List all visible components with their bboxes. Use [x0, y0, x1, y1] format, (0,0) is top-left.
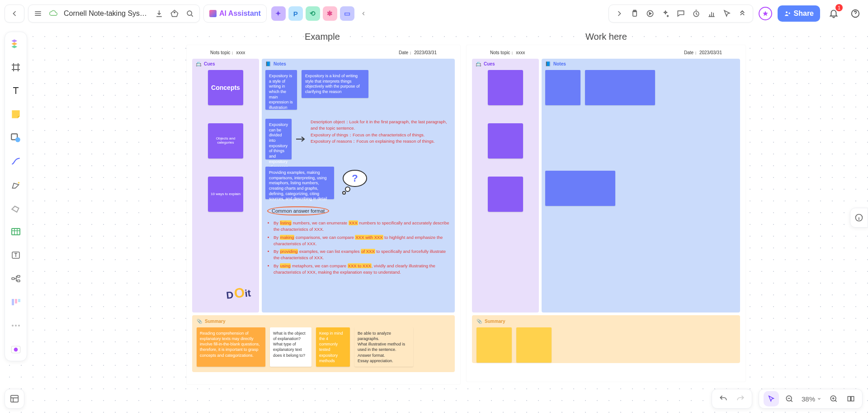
- cue-sticky-blank-2[interactable]: [488, 123, 523, 159]
- menu-button[interactable]: [30, 6, 46, 21]
- notification-badge: 1: [835, 4, 843, 11]
- note-sticky-1b[interactable]: Expository is a kind of writing style th…: [302, 70, 368, 98]
- avatar-5[interactable]: ▭: [340, 6, 354, 21]
- summary-card-2[interactable]: What is the object of explanation? What …: [270, 327, 311, 367]
- timer-icon[interactable]: [689, 6, 704, 21]
- svg-rect-15: [15, 299, 17, 303]
- bullet-4[interactable]: By using metaphors, we can compare XXX t…: [274, 263, 451, 276]
- cue-sticky-blank-3[interactable]: [488, 177, 523, 212]
- play-icon[interactable]: [642, 6, 658, 21]
- red-notes-2b[interactable]: Description object：Look for it in the fi…: [311, 119, 451, 145]
- common-answer-format[interactable]: Common answer format: [267, 206, 329, 215]
- cues-column: 📇Cues Concepts Objects and categories 10…: [192, 59, 259, 312]
- summary-blank-1[interactable]: [476, 327, 512, 363]
- tag-button[interactable]: [167, 6, 182, 21]
- note-sticky-3a[interactable]: Providing examples, making comparisons, …: [265, 167, 334, 199]
- widget-tool[interactable]: [9, 342, 23, 356]
- app-badge[interactable]: [759, 7, 772, 20]
- connector-tool[interactable]: [9, 154, 23, 168]
- info-panel-button[interactable]: [850, 208, 868, 228]
- bullet-2[interactable]: By making comparisons, we can compare XX…: [274, 234, 451, 247]
- cues-icon: 📇: [196, 61, 201, 66]
- do-it-sticker[interactable]: DO it: [225, 284, 251, 302]
- download-button[interactable]: [151, 6, 167, 21]
- svg-point-8: [15, 137, 20, 142]
- back-button[interactable]: [7, 6, 22, 21]
- zoom-in-button[interactable]: [827, 392, 840, 406]
- mindmap-tool[interactable]: [9, 271, 23, 286]
- cue-sticky-2[interactable]: Objects and categories: [208, 123, 243, 159]
- zoom-level[interactable]: 38%: [800, 395, 823, 403]
- sticky-note-tool[interactable]: [9, 107, 23, 121]
- svg-rect-9: [12, 228, 20, 235]
- share-button[interactable]: Share: [778, 5, 820, 22]
- cues-label: Cues: [204, 61, 215, 66]
- share-person-icon: [784, 10, 791, 17]
- search-button[interactable]: [182, 6, 198, 21]
- board-title[interactable]: Cornell Note-taking Syst…: [61, 9, 151, 18]
- summary-card-3[interactable]: Keep in mind the 4 commonly tested expos…: [316, 327, 350, 367]
- cue-sticky-1[interactable]: Concepts: [208, 70, 243, 105]
- redo-button[interactable]: [734, 392, 747, 406]
- notifications-button[interactable]: 1: [826, 5, 842, 22]
- avatar-2[interactable]: P: [288, 6, 303, 21]
- cursor-icon[interactable]: [719, 6, 735, 21]
- note-blank-3a[interactable]: [545, 171, 615, 206]
- kanban-tool[interactable]: [9, 295, 23, 309]
- avatar-3[interactable]: ⟲: [306, 6, 320, 21]
- ai-assistant-button[interactable]: AI Assistant: [203, 5, 267, 23]
- svg-rect-23: [848, 396, 850, 401]
- sparkle-icon[interactable]: [658, 6, 673, 21]
- templates-tool[interactable]: [9, 37, 23, 51]
- question-bubble-icon: ?: [339, 167, 371, 195]
- note-blank-1a[interactable]: [545, 70, 580, 105]
- fit-screen-button[interactable]: [844, 392, 858, 406]
- cue-sticky-3[interactable]: 10 ways to explain: [208, 177, 243, 212]
- text-tool[interactable]: [9, 84, 23, 98]
- notes-column: 📘Notes: [542, 59, 740, 312]
- note-sticky-2a[interactable]: Expository can be divided into expositor…: [265, 119, 292, 159]
- cloud-sync-icon[interactable]: [46, 6, 61, 21]
- pen-tool[interactable]: [9, 177, 23, 192]
- select-mode-button[interactable]: [764, 391, 779, 406]
- avatar-1[interactable]: ✦: [271, 6, 286, 21]
- cues-icon: 📇: [476, 61, 481, 66]
- frame-example[interactable]: Nots topic： xxxx Date： 2023/03/31 📇Cues …: [187, 45, 460, 384]
- svg-point-26: [345, 187, 350, 191]
- avatar-collapse-button[interactable]: [357, 6, 370, 21]
- frame-tool[interactable]: [9, 60, 23, 75]
- svg-rect-11: [12, 278, 14, 280]
- note-blank-1b[interactable]: [585, 70, 655, 105]
- zoom-out-button[interactable]: [783, 392, 796, 406]
- notes-label: Notes: [274, 61, 286, 66]
- more-tools[interactable]: [9, 318, 23, 333]
- summary-card-4[interactable]: Be able to analyze paragraphs. What illu…: [354, 327, 413, 367]
- layers-panel-button[interactable]: [5, 389, 24, 409]
- frame-title-work[interactable]: Work here: [585, 32, 627, 42]
- chevron-right-icon[interactable]: [612, 6, 627, 21]
- ai-logo-icon: [209, 10, 217, 17]
- share-label: Share: [794, 9, 814, 18]
- textbox-tool[interactable]: [9, 248, 23, 262]
- shape-tool[interactable]: [9, 131, 23, 145]
- help-button[interactable]: [847, 5, 863, 22]
- frame-title-example[interactable]: Example: [305, 32, 340, 42]
- avatar-4[interactable]: ✱: [323, 6, 337, 21]
- bullet-3[interactable]: By providing examples, we can list examp…: [274, 248, 451, 261]
- svg-rect-13: [17, 280, 20, 282]
- table-tool[interactable]: [9, 224, 23, 239]
- chart-icon[interactable]: [704, 6, 719, 21]
- expand-icon[interactable]: [735, 6, 750, 21]
- comment-icon[interactable]: [673, 6, 689, 21]
- eraser-tool[interactable]: [9, 201, 23, 215]
- cue-sticky-blank-1[interactable]: [488, 70, 523, 105]
- frame-work-here[interactable]: Nots topic： xxxx Date： 2023/03/31 📇Cues …: [467, 45, 745, 382]
- summary-card-1[interactable]: Reading comprehension of explanatory tex…: [197, 327, 265, 367]
- bullet-1[interactable]: By listing numbers, we can enumerate XXX…: [274, 220, 451, 233]
- clipboard-icon[interactable]: [627, 6, 642, 21]
- summary-section: 📎Summary: [472, 315, 740, 363]
- note-sticky-1a[interactable]: Expository is a style of writing in whic…: [265, 70, 297, 110]
- summary-blank-2[interactable]: [516, 327, 552, 363]
- undo-button[interactable]: [717, 392, 730, 406]
- svg-point-1: [187, 11, 192, 15]
